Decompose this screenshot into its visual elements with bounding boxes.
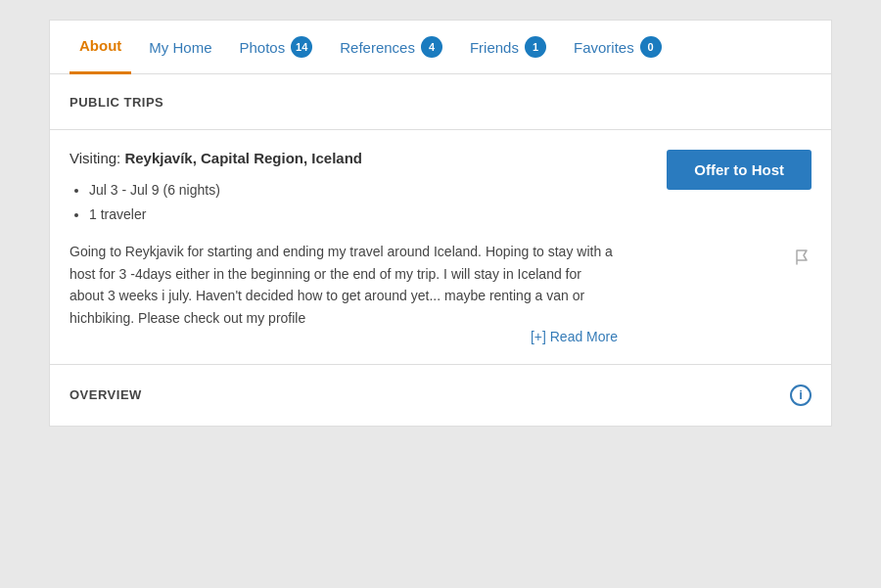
visiting-label: Visiting:: [70, 150, 120, 166]
visiting-location: Reykjavík, Capital Region, Iceland: [124, 150, 362, 166]
visiting-line: Visiting: Reykjavík, Capital Region, Ice…: [70, 150, 647, 166]
trip-card: Visiting: Reykjavík, Capital Region, Ice…: [50, 130, 831, 365]
tab-favorites[interactable]: Favorites 0: [564, 19, 672, 75]
trip-info: Visiting: Reykjavík, Capital Region, Ice…: [70, 150, 647, 344]
trip-description: Going to Reykjavik for starting and endi…: [70, 241, 618, 329]
trip-travelers: 1 traveler: [89, 203, 647, 227]
public-trips-title: PUBLIC TRIPS: [70, 95, 163, 110]
read-more-link[interactable]: [+] Read More: [70, 329, 618, 344]
trip-header: Visiting: Reykjavík, Capital Region, Ice…: [70, 150, 811, 344]
tab-photos-label: Photos: [240, 39, 286, 56]
info-icon-label: i: [799, 387, 803, 402]
tab-favorites-label: Favorites: [574, 39, 634, 56]
tab-references-badge: 4: [421, 36, 442, 58]
trip-dates: Jul 3 - Jul 9 (6 nights): [89, 178, 647, 203]
trip-details-list: Jul 3 - Jul 9 (6 nights) 1 traveler: [70, 178, 647, 227]
public-trips-header: PUBLIC TRIPS: [50, 74, 831, 130]
tab-favorites-badge: 0: [640, 36, 662, 58]
overview-title: OVERVIEW: [70, 387, 142, 402]
tab-friends[interactable]: Friends 1: [460, 19, 556, 75]
nav-tabs: About My Home Photos 14 References 4 Fri…: [50, 21, 831, 74]
overview-section: OVERVIEW i: [50, 365, 831, 426]
info-icon[interactable]: i: [790, 384, 811, 406]
trip-actions: Offer to Host: [647, 150, 811, 271]
flag-icon[interactable]: [794, 249, 811, 271]
tab-friends-badge: 1: [525, 36, 546, 58]
tab-friends-label: Friends: [470, 39, 519, 56]
tab-references[interactable]: References 4: [330, 19, 452, 75]
tab-references-label: References: [340, 39, 415, 56]
offer-to-host-button[interactable]: Offer to Host: [667, 150, 811, 190]
tab-photos[interactable]: Photos 14: [230, 19, 323, 75]
tab-about[interactable]: About: [70, 20, 131, 74]
tab-photos-badge: 14: [291, 36, 312, 58]
tab-my-home[interactable]: My Home: [139, 22, 221, 73]
main-container: About My Home Photos 14 References 4 Fri…: [49, 20, 832, 427]
